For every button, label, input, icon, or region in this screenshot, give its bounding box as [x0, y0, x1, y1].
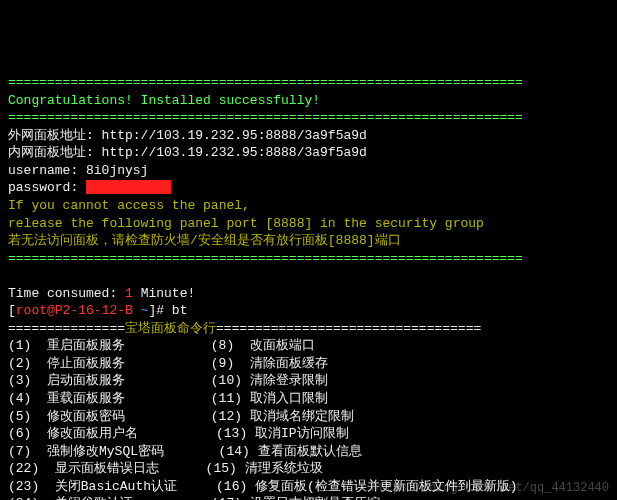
int-url-line: 内网面板地址: http://103.19.232.95:8888/3a9f5a… — [8, 145, 367, 160]
time-line: Time consumed: 1 Minute! — [8, 286, 195, 301]
warn-line-1: If you cannot access the panel, — [8, 198, 250, 213]
password-redacted — [86, 180, 171, 194]
warn-line-2: release the following panel port [8888] … — [8, 216, 484, 231]
shell-prompt[interactable]: [root@P2-16-12-B ~]# bt — [8, 303, 187, 318]
divider: ========================================… — [8, 110, 523, 125]
install-success: Congratulations! Installed successfully! — [8, 93, 320, 108]
ext-url-line: 外网面板地址: http://103.19.232.95:8888/3a9f5a… — [8, 128, 367, 143]
divider: ========================================… — [8, 75, 523, 90]
menu-options: (1) 重启面板服务 (8) 改面板端口 (2) 停止面板服务 (9) 清除面板… — [8, 337, 609, 500]
password-line: password: — [8, 180, 171, 195]
warn-line-3: 若无法访问面板，请检查防火墙/安全组是否有放行面板[8888]端口 — [8, 233, 401, 248]
divider: ========================================… — [8, 251, 523, 266]
menu-title-line: ===============宝塔面板命令行==================… — [8, 321, 481, 336]
username-line: username: 8i0jnysj — [8, 163, 148, 178]
watermark: https://blog.csdn.net/qq_44132440 — [371, 480, 609, 496]
